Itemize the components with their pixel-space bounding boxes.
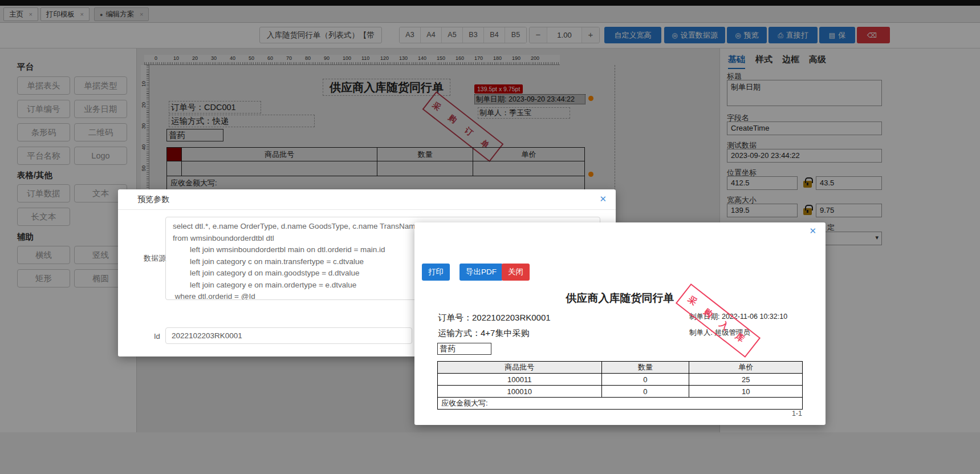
col-qty: 数量 xyxy=(601,362,689,374)
print-preview-dialog: ✕ 打印 导出PDF 关闭 供应商入库随货同行单 订单号：2022102203R… xyxy=(414,222,826,425)
col-price: 单价 xyxy=(689,362,803,374)
cell-price: 10 xyxy=(689,386,803,398)
dialog-title: 预览参数 xyxy=(137,195,169,205)
cell-qty: 0 xyxy=(601,386,689,398)
cell-batch: 100010 xyxy=(438,386,602,398)
cell-batch: 100011 xyxy=(438,374,602,386)
preview-doc-title: 供应商入库随货同行单 xyxy=(437,291,803,306)
cell-qty: 0 xyxy=(601,374,689,386)
table-footer-row: 应收金额大写: xyxy=(438,398,803,410)
preview-drug-type: 普药 xyxy=(437,343,491,355)
id-input[interactable]: 2022102203RK0001 xyxy=(165,327,412,344)
preview-order-table: 商品批号 数量 单价 100011 0 25 100010 0 10 应收金额大… xyxy=(437,361,803,410)
amount-footer: 应收金额大写: xyxy=(438,398,803,410)
id-label: Id xyxy=(154,332,160,341)
table-row: 100010 0 10 xyxy=(438,386,803,398)
close-icon[interactable]: ✕ xyxy=(809,226,816,236)
cell-price: 25 xyxy=(689,374,803,386)
print-button[interactable]: 打印 xyxy=(422,264,450,281)
preview-transport: 运输方式：4+7集中采购 xyxy=(438,328,529,339)
table-row: 100011 0 25 xyxy=(438,374,803,386)
datasource-label: 数据源 xyxy=(144,253,166,264)
page-indicator: 1-1 xyxy=(768,410,802,418)
close-preview-button[interactable]: 关闭 xyxy=(502,264,530,281)
preview-order-no: 订单号：2022102203RK0001 xyxy=(438,313,551,323)
dialog-header: 预览参数 ✕ xyxy=(118,189,616,210)
col-batch: 商品批号 xyxy=(438,362,602,374)
close-icon[interactable]: ✕ xyxy=(599,194,607,204)
export-pdf-button[interactable]: 导出PDF xyxy=(459,264,503,281)
